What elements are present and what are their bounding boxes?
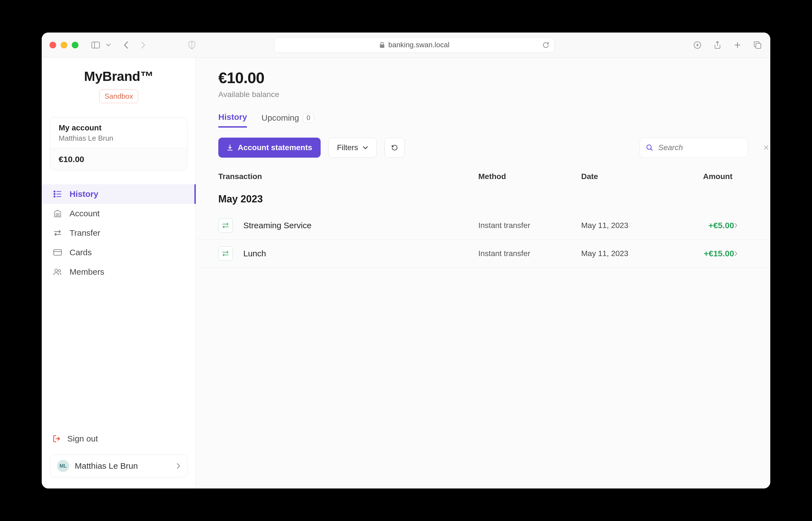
- refresh-icon: [391, 144, 398, 151]
- sidebar-nav: History Account Transfer: [42, 184, 196, 281]
- svg-point-10: [54, 196, 55, 197]
- svg-rect-5: [756, 43, 761, 48]
- account-card-holder: Matthias Le Brun: [59, 134, 179, 143]
- upcoming-count-badge: 0: [303, 113, 314, 122]
- sign-out-icon: [53, 435, 61, 443]
- actions-row: Account statements Filters: [196, 128, 770, 168]
- chevron-right-icon: [177, 463, 180, 469]
- transfer-in-icon: [218, 246, 233, 261]
- account-card-label: My account: [59, 123, 179, 132]
- search-box[interactable]: [639, 138, 748, 158]
- transaction-name: Streaming Service: [243, 221, 478, 230]
- list-icon: [53, 189, 62, 199]
- sidebar-icon: [91, 40, 101, 50]
- tab-upcoming[interactable]: Upcoming 0: [262, 113, 314, 127]
- transaction-row[interactable]: Lunch Instant transfer May 11, 2023 +€15…: [196, 240, 770, 268]
- sidebar-toggle-group[interactable]: [91, 40, 113, 50]
- chevron-right-icon: [734, 251, 748, 256]
- balance-amount: €10.00: [218, 69, 748, 87]
- search-icon: [646, 144, 653, 151]
- month-header: May 2023: [196, 188, 770, 211]
- sign-out-button[interactable]: Sign out: [42, 428, 196, 449]
- transfer-in-icon: [218, 218, 233, 233]
- traffic-lights: [49, 42, 78, 48]
- transaction-amount: +€15.00: [670, 249, 734, 258]
- account-statements-button[interactable]: Account statements: [218, 138, 321, 158]
- sidebar-item-cards[interactable]: Cards: [42, 243, 196, 262]
- sidebar-item-members[interactable]: Members: [42, 262, 196, 281]
- forward-button[interactable]: [138, 40, 148, 50]
- svg-point-15: [59, 270, 61, 272]
- svg-point-14: [55, 269, 58, 272]
- filters-button[interactable]: Filters: [329, 138, 377, 158]
- account-card[interactable]: My account Matthias Le Brun €10.00: [50, 117, 187, 171]
- transaction-row[interactable]: Streaming Service Instant transfer May 1…: [196, 211, 770, 240]
- share-icon[interactable]: [713, 40, 722, 50]
- transaction-name: Lunch: [243, 249, 478, 258]
- main-content: €10.00 Available balance History Upcomin…: [196, 58, 770, 489]
- filters-label: Filters: [337, 143, 358, 152]
- transaction-method: Instant transfer: [478, 249, 581, 258]
- reload-icon[interactable]: [542, 41, 549, 49]
- close-window-button[interactable]: [49, 42, 56, 48]
- svg-rect-12: [54, 250, 62, 255]
- chevron-right-icon: [734, 223, 748, 228]
- lock-icon: [379, 42, 385, 48]
- tabs: History Upcoming 0: [218, 112, 748, 128]
- tabs-icon[interactable]: [752, 40, 763, 50]
- tab-label: History: [218, 112, 247, 122]
- sidebar-item-label: Cards: [69, 248, 92, 257]
- url-text: banking.swan.local: [388, 41, 449, 49]
- sidebar-item-label: History: [69, 189, 98, 199]
- column-method: Method: [478, 172, 581, 181]
- profile-button[interactable]: ML Matthias Le Brun: [50, 455, 187, 477]
- search-input[interactable]: [658, 143, 758, 152]
- sign-out-label: Sign out: [67, 434, 98, 444]
- table-header: Transaction Method Date Amount: [196, 168, 770, 188]
- sidebar-item-history[interactable]: History: [42, 184, 196, 204]
- sidebar-item-label: Members: [69, 267, 104, 277]
- bank-icon: [53, 209, 62, 218]
- profile-name: Matthias Le Brun: [75, 461, 171, 471]
- column-amount: Amount: [670, 172, 748, 181]
- browser-toolbar: banking.swan.local: [42, 32, 770, 58]
- transaction-date: May 11, 2023: [581, 221, 670, 230]
- svg-point-8: [54, 194, 55, 195]
- card-icon: [53, 248, 62, 257]
- address-bar[interactable]: banking.swan.local: [274, 37, 555, 53]
- svg-point-16: [647, 145, 651, 149]
- svg-rect-3: [380, 44, 384, 48]
- tab-history[interactable]: History: [218, 112, 247, 128]
- sidebar-item-label: Account: [69, 209, 99, 218]
- svg-point-6: [54, 191, 55, 192]
- privacy-shield-icon[interactable]: [187, 40, 197, 50]
- transaction-amount: +€5.00: [670, 221, 734, 230]
- minimize-window-button[interactable]: [61, 42, 67, 48]
- downloads-icon[interactable]: [693, 40, 702, 50]
- transaction-method: Instant transfer: [478, 221, 581, 230]
- column-date: Date: [581, 172, 670, 181]
- chevron-down-icon: [104, 40, 113, 50]
- sidebar-item-transfer[interactable]: Transfer: [42, 223, 196, 243]
- avatar: ML: [57, 460, 69, 472]
- maximize-window-button[interactable]: [72, 42, 78, 48]
- sidebar-item-account[interactable]: Account: [42, 204, 196, 223]
- clear-search-icon[interactable]: [763, 145, 769, 151]
- members-icon: [53, 267, 62, 277]
- app-sidebar: MyBrand™ Sandbox My account Matthias Le …: [42, 58, 196, 489]
- chevron-down-icon: [363, 146, 368, 149]
- brand-title: MyBrand™: [50, 69, 187, 84]
- balance-label: Available balance: [218, 90, 748, 99]
- sandbox-badge: Sandbox: [99, 90, 138, 103]
- transaction-date: May 11, 2023: [581, 249, 670, 258]
- back-button[interactable]: [121, 40, 131, 50]
- tab-label: Upcoming: [262, 113, 299, 122]
- account-card-balance: €10.00: [50, 148, 187, 170]
- account-statements-label: Account statements: [238, 143, 312, 152]
- column-transaction: Transaction: [218, 172, 478, 181]
- refresh-button[interactable]: [385, 138, 405, 158]
- download-icon: [227, 144, 233, 151]
- new-tab-icon[interactable]: [732, 40, 743, 50]
- browser-window: banking.swan.local MyBrand™ Sa: [42, 32, 770, 489]
- transfer-icon: [53, 228, 62, 238]
